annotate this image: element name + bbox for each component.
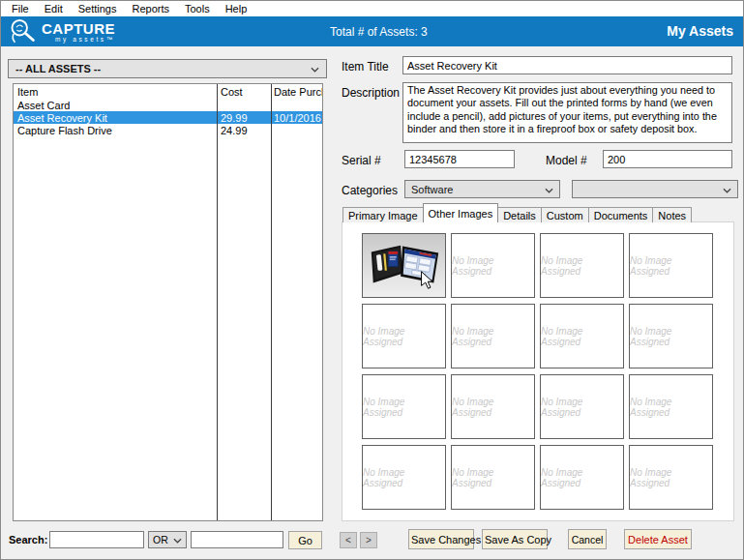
menu-tools[interactable]: Tools xyxy=(177,2,218,15)
no-image-label: No Image Assigned xyxy=(363,397,445,418)
all-assets-dropdown-value: -- ALL ASSETS -- xyxy=(15,63,101,74)
row-cost-cell: 24.99 xyxy=(217,125,271,136)
asset-list-table: Item Cost Date Purch Asset CardAsset Rec… xyxy=(13,83,323,521)
app-header: CAPTURE my assets™ Total # of Assets: 3 … xyxy=(1,16,743,46)
save-changes-button[interactable]: Save Changes xyxy=(408,529,474,549)
menu-settings[interactable]: Settings xyxy=(71,2,125,15)
image-slot-10[interactable]: No Image Assigned xyxy=(451,374,535,439)
category-dropdown-1-value: Software xyxy=(411,184,453,195)
no-image-label: No Image Assigned xyxy=(452,397,534,418)
image-slot-7[interactable]: No Image Assigned xyxy=(540,304,624,368)
column-header-item[interactable]: Item xyxy=(14,86,217,98)
table-row-asset-recovery-kit[interactable]: Asset Recovery Kit29.9910/1/2016 xyxy=(14,111,322,124)
previous-asset-button[interactable]: < xyxy=(340,532,357,548)
no-image-label: No Image Assigned xyxy=(630,467,712,488)
description-label: Description xyxy=(342,86,400,100)
image-slot-11[interactable]: No Image Assigned xyxy=(540,374,624,439)
search-input-1[interactable] xyxy=(49,531,144,548)
no-image-label: No Image Assigned xyxy=(541,326,623,347)
menu-bar: FileEditSettingsReportsToolsHelp xyxy=(1,1,743,16)
no-image-label: No Image Assigned xyxy=(630,326,712,347)
tab-primary-image[interactable]: Primary Image xyxy=(342,207,424,222)
magnifier-head-icon xyxy=(7,17,40,45)
delete-asset-button[interactable]: Delete Asset xyxy=(624,529,692,549)
row-cost-cell: 29.99 xyxy=(217,112,271,124)
no-image-label: No Image Assigned xyxy=(630,397,712,418)
column-header-date-purch[interactable]: Date Purch xyxy=(271,86,322,98)
action-button-row: Save ChangesSave As CopyCancelDelete Ass… xyxy=(408,529,692,549)
tab-documents[interactable]: Documents xyxy=(588,207,654,222)
categories-label: Categories xyxy=(342,184,398,197)
total-assets-label: Total # of Assets: 3 xyxy=(330,25,428,39)
tab-details[interactable]: Details xyxy=(497,207,542,222)
table-header-row: Item Cost Date Purch xyxy=(14,84,322,99)
logo-title: CAPTURE xyxy=(42,21,115,36)
menu-edit[interactable]: Edit xyxy=(37,2,71,15)
model-input[interactable] xyxy=(603,150,732,168)
image-grid: No Image AssignedNo Image AssignedNo Ima… xyxy=(362,233,713,510)
no-image-label: No Image Assigned xyxy=(452,255,534,277)
image-slot-5[interactable]: No Image Assigned xyxy=(362,304,446,368)
next-asset-button[interactable]: > xyxy=(360,532,377,548)
search-operator-value: OR xyxy=(153,534,168,545)
model-label: Model # xyxy=(546,154,587,167)
menu-reports[interactable]: Reports xyxy=(124,2,177,15)
table-row-capture-flash-drive[interactable]: Capture Flash Drive24.99 xyxy=(14,124,322,136)
image-slot-14[interactable]: No Image Assigned xyxy=(451,445,535,510)
row-item-cell: Asset Card xyxy=(14,100,217,111)
image-slot-13[interactable]: No Image Assigned xyxy=(362,445,446,510)
category-dropdown-1[interactable]: Software xyxy=(404,180,560,198)
image-slot-6[interactable]: No Image Assigned xyxy=(451,304,535,368)
image-slot-4[interactable]: No Image Assigned xyxy=(629,233,713,298)
image-slot-15[interactable]: No Image Assigned xyxy=(540,445,624,510)
item-title-label: Item Title xyxy=(342,60,389,74)
save-as-copy-button[interactable]: Save As Copy xyxy=(482,529,548,549)
image-slot-1-thumbnail[interactable] xyxy=(362,233,446,298)
tab-notes[interactable]: Notes xyxy=(652,207,692,222)
search-operator-dropdown[interactable]: OR xyxy=(148,531,187,548)
no-image-label: No Image Assigned xyxy=(452,326,534,347)
image-slot-3[interactable]: No Image Assigned xyxy=(540,233,624,298)
logo-text: CAPTURE my assets™ xyxy=(42,21,115,43)
serial-label: Serial # xyxy=(342,154,381,167)
column-divider xyxy=(271,84,272,520)
image-slot-16[interactable]: No Image Assigned xyxy=(629,445,713,510)
chevron-down-icon xyxy=(723,184,731,195)
item-title-input[interactable] xyxy=(402,56,732,74)
tab-custom[interactable]: Custom xyxy=(541,207,589,222)
description-textarea[interactable]: The Asset Recovery Kit provides just abo… xyxy=(402,82,732,143)
no-image-label: No Image Assigned xyxy=(541,255,623,277)
menu-help[interactable]: Help xyxy=(218,2,255,15)
go-button[interactable]: Go xyxy=(288,531,322,549)
row-date-cell: 10/1/2016 xyxy=(271,112,322,124)
search-input-2[interactable] xyxy=(191,531,283,548)
logo-subtitle: my assets™ xyxy=(55,36,115,43)
menu-file[interactable]: File xyxy=(4,2,37,15)
chevron-down-icon xyxy=(311,63,319,74)
app-logo: CAPTURE my assets™ xyxy=(7,17,115,45)
table-row-asset-card[interactable]: Asset Card xyxy=(14,99,322,111)
image-slot-8[interactable]: No Image Assigned xyxy=(629,304,713,368)
row-item-cell: Asset Recovery Kit xyxy=(14,112,217,124)
no-image-label: No Image Assigned xyxy=(541,467,623,488)
no-image-label: No Image Assigned xyxy=(630,255,712,277)
no-image-label: No Image Assigned xyxy=(452,467,534,488)
serial-input[interactable] xyxy=(404,150,515,168)
image-slot-12[interactable]: No Image Assigned xyxy=(629,374,713,439)
row-item-cell: Capture Flash Drive xyxy=(14,125,217,136)
tab-other-images[interactable]: Other Images xyxy=(423,203,499,222)
search-label: Search: xyxy=(9,534,47,545)
chevron-down-icon xyxy=(173,534,182,545)
column-header-cost[interactable]: Cost xyxy=(217,86,271,98)
table-body: Asset CardAsset Recovery Kit29.9910/1/20… xyxy=(14,99,322,136)
other-images-panel: No Image AssignedNo Image AssignedNo Ima… xyxy=(342,221,734,521)
image-slot-2[interactable]: No Image Assigned xyxy=(451,233,535,298)
category-dropdown-2[interactable] xyxy=(572,180,738,198)
page-title: My Assets xyxy=(667,23,733,39)
all-assets-dropdown[interactable]: -- ALL ASSETS -- xyxy=(8,59,327,78)
chevron-down-icon xyxy=(545,184,553,195)
no-image-label: No Image Assigned xyxy=(541,397,623,418)
cancel-button[interactable]: Cancel xyxy=(568,529,607,549)
image-slot-9[interactable]: No Image Assigned xyxy=(362,374,446,439)
no-image-label: No Image Assigned xyxy=(363,326,445,347)
